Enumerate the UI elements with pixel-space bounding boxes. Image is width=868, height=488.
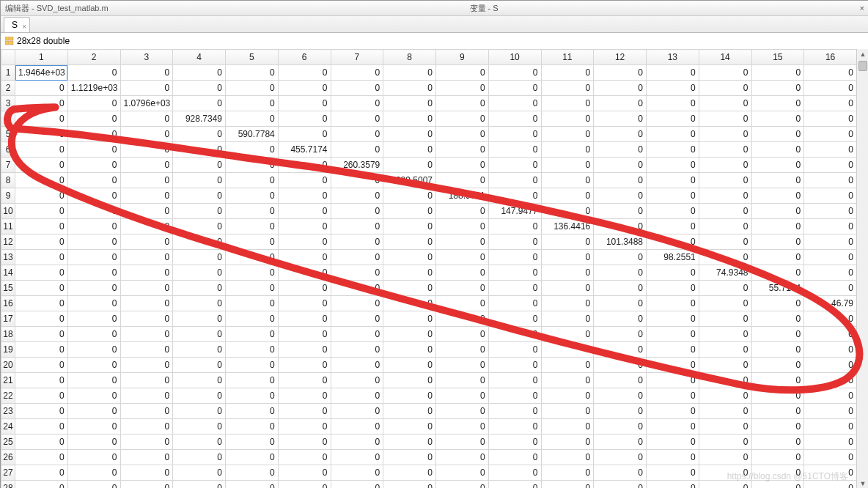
- cell[interactable]: 0: [331, 204, 383, 219]
- cell[interactable]: 0: [15, 81, 68, 96]
- cell[interactable]: 0: [594, 327, 647, 342]
- cell[interactable]: 0: [173, 419, 226, 435]
- cell[interactable]: 0: [278, 358, 331, 373]
- cell[interactable]: 0: [488, 111, 541, 127]
- cell[interactable]: 0: [226, 281, 279, 296]
- cell[interactable]: 0: [751, 188, 804, 204]
- col-header[interactable]: 13: [647, 50, 699, 65]
- cell[interactable]: 0: [226, 142, 279, 158]
- row-header[interactable]: 22: [1, 388, 15, 404]
- cell[interactable]: 0: [173, 327, 226, 342]
- cell[interactable]: 0: [647, 127, 699, 142]
- cell[interactable]: 0: [331, 111, 383, 127]
- cell[interactable]: 0: [120, 204, 173, 219]
- cell[interactable]: 0: [15, 158, 68, 173]
- cell[interactable]: 0: [488, 311, 541, 327]
- cell[interactable]: 0: [751, 81, 804, 96]
- cell[interactable]: 0: [383, 327, 436, 342]
- cell[interactable]: 0: [647, 142, 699, 158]
- cell[interactable]: 0: [436, 250, 489, 265]
- col-header[interactable]: 1: [15, 50, 68, 65]
- cell[interactable]: 0: [804, 419, 857, 435]
- cell[interactable]: 0: [594, 404, 647, 419]
- row-header[interactable]: 20: [1, 358, 15, 373]
- cell[interactable]: 0: [15, 234, 68, 250]
- row-header[interactable]: 16: [1, 296, 15, 311]
- cell[interactable]: 0: [67, 450, 120, 465]
- cell[interactable]: 0: [383, 204, 436, 219]
- row-header[interactable]: 17: [1, 311, 15, 327]
- cell[interactable]: 0: [699, 358, 751, 373]
- cell[interactable]: 0: [541, 96, 594, 111]
- cell[interactable]: 0: [436, 481, 489, 489]
- cell[interactable]: 0: [541, 465, 594, 481]
- cell[interactable]: 0: [67, 188, 120, 204]
- cell[interactable]: 0: [67, 265, 120, 281]
- col-header[interactable]: 16: [804, 50, 857, 65]
- cell[interactable]: 0: [541, 204, 594, 219]
- cell[interactable]: 0: [436, 327, 489, 342]
- cell[interactable]: 0: [594, 173, 647, 188]
- cell[interactable]: 0: [488, 173, 541, 188]
- cell[interactable]: 0: [278, 173, 331, 188]
- cell[interactable]: 0: [331, 404, 383, 419]
- vertical-scrollbar[interactable]: ▲ ▼: [856, 49, 868, 488]
- cell[interactable]: 0: [699, 219, 751, 234]
- cell[interactable]: 0: [15, 358, 68, 373]
- cell[interactable]: 0: [383, 465, 436, 481]
- cell[interactable]: 0: [541, 342, 594, 358]
- cell[interactable]: 0: [278, 188, 331, 204]
- cell[interactable]: 0: [541, 234, 594, 250]
- window-close-icon[interactable]: ×: [860, 1, 864, 15]
- cell[interactable]: 0: [226, 111, 279, 127]
- cell[interactable]: 0: [751, 404, 804, 419]
- cell[interactable]: 0: [594, 111, 647, 127]
- cell[interactable]: 0: [331, 435, 383, 450]
- cell[interactable]: 0: [804, 219, 857, 234]
- cell[interactable]: 0: [120, 311, 173, 327]
- cell[interactable]: 0: [120, 265, 173, 281]
- cell[interactable]: 0: [226, 419, 279, 435]
- cell[interactable]: 0: [226, 481, 279, 489]
- cell[interactable]: 0: [699, 327, 751, 342]
- cell[interactable]: 0: [436, 388, 489, 404]
- cell[interactable]: 0: [173, 204, 226, 219]
- col-header[interactable]: 5: [226, 50, 279, 65]
- cell[interactable]: 0: [541, 188, 594, 204]
- cell[interactable]: 0: [226, 265, 279, 281]
- cell[interactable]: 0: [383, 450, 436, 465]
- cell[interactable]: 0: [15, 173, 68, 188]
- row-header[interactable]: 26: [1, 450, 15, 465]
- cell[interactable]: 928.7349: [173, 111, 226, 127]
- col-header[interactable]: 8: [383, 50, 436, 65]
- cell[interactable]: 0: [331, 419, 383, 435]
- col-header[interactable]: 15: [751, 50, 804, 65]
- col-header[interactable]: 11: [541, 50, 594, 65]
- cell[interactable]: 0: [488, 234, 541, 250]
- cell[interactable]: 0: [15, 188, 68, 204]
- cell[interactable]: 0: [331, 358, 383, 373]
- scroll-up-icon[interactable]: ▲: [857, 49, 868, 59]
- cell[interactable]: 1.1219e+03: [67, 81, 120, 96]
- cell[interactable]: 0: [541, 158, 594, 173]
- cell[interactable]: 0: [383, 234, 436, 250]
- cell[interactable]: 0: [67, 342, 120, 358]
- row-header[interactable]: 15: [1, 281, 15, 296]
- cell[interactable]: 0: [226, 81, 279, 96]
- cell[interactable]: 0: [541, 419, 594, 435]
- close-icon[interactable]: ×: [22, 20, 26, 34]
- cell[interactable]: 0: [331, 234, 383, 250]
- row-header[interactable]: 7: [1, 158, 15, 173]
- cell[interactable]: 0: [226, 188, 279, 204]
- cell[interactable]: 0: [751, 127, 804, 142]
- cell[interactable]: 0: [647, 358, 699, 373]
- row-header[interactable]: 3: [1, 96, 15, 111]
- col-header[interactable]: 3: [120, 50, 173, 65]
- cell[interactable]: 0: [436, 127, 489, 142]
- cell[interactable]: 0: [594, 388, 647, 404]
- cell[interactable]: 0: [436, 219, 489, 234]
- cell[interactable]: 0: [594, 96, 647, 111]
- cell[interactable]: 0: [436, 96, 489, 111]
- cell[interactable]: 0: [226, 296, 279, 311]
- col-header[interactable]: 14: [699, 50, 751, 65]
